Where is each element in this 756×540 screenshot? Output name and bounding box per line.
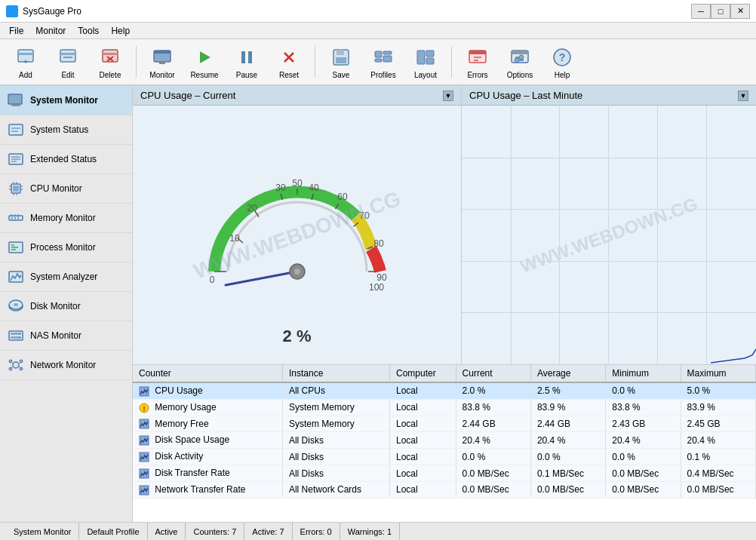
col-counter: Counter: [133, 365, 282, 382]
table-row[interactable]: Disk Activity All Disks Local 0.0 % 0.0 …: [133, 449, 756, 465]
table-row[interactable]: Memory Free System Memory Local 2.44 GB …: [133, 416, 756, 432]
toolbar-sep-3: [451, 46, 452, 78]
minimize-button[interactable]: ─: [691, 4, 711, 19]
row-counter: Disk Activity: [133, 449, 282, 465]
svg-rect-27: [426, 58, 434, 64]
sidebar: System Monitor System Status Extended St…: [0, 86, 133, 522]
sidebar-item-cpu-monitor[interactable]: CPU Monitor: [0, 174, 132, 204]
monitor-icon: [150, 45, 174, 69]
svg-point-78: [19, 333, 20, 335]
toolbar-sep-2: [315, 46, 315, 78]
svg-rect-22: [375, 59, 382, 62]
title-bar: SysGauge Pro ─ □ ✕: [0, 0, 756, 23]
sidebar-item-system-monitor-label: System Monitor: [30, 95, 98, 106]
pause-icon: [235, 45, 259, 69]
disk-monitor-icon: [8, 298, 24, 314]
options-button[interactable]: Options: [500, 42, 539, 81]
help-button[interactable]: ? Help: [542, 42, 582, 81]
col-computer: Computer: [390, 365, 456, 382]
layout-button[interactable]: Layout: [406, 42, 445, 81]
sidebar-item-disk-monitor[interactable]: Disk Monitor: [0, 292, 132, 321]
row-average: 2.5 %: [530, 382, 605, 399]
status-counters-label: Counters: 7: [193, 527, 236, 536]
monitor-label: Monitor: [149, 71, 174, 79]
svg-text:80: 80: [373, 238, 384, 249]
menu-help[interactable]: Help: [105, 24, 136, 38]
gauge-panel: CPU Usage – Current ▼ WWW.WEBDOWN.CG: [133, 86, 462, 364]
svg-point-74: [14, 303, 18, 306]
col-maximum: Maximum: [681, 365, 755, 382]
sidebar-item-system-status[interactable]: System Status: [0, 115, 132, 145]
svg-rect-19: [337, 50, 344, 55]
row-counter: CPU Usage: [133, 382, 282, 399]
profiles-label: Profiles: [370, 71, 395, 79]
close-button[interactable]: ✕: [730, 4, 750, 19]
menu-monitor[interactable]: Monitor: [29, 24, 72, 38]
status-profile-name-label: Default Profile: [87, 527, 139, 536]
profiles-button[interactable]: Profiles: [364, 42, 403, 81]
sidebar-item-nas-monitor[interactable]: NAS Monitor: [0, 321, 132, 351]
svg-rect-62: [14, 216, 16, 220]
table-row[interactable]: Disk Space Usage All Disks Local 20.4 % …: [133, 432, 756, 449]
col-instance: Instance: [282, 365, 389, 382]
svg-rect-63: [17, 216, 19, 220]
row-icon: [139, 386, 149, 397]
save-button[interactable]: Save: [321, 42, 361, 81]
col-current: Current: [456, 365, 530, 382]
cpu-monitor-icon: [8, 180, 24, 197]
gauge-value: 2 %: [283, 327, 312, 346]
table-row[interactable]: ! Memory Usage System Memory Local 83.8 …: [133, 399, 756, 416]
sidebar-item-extended-status[interactable]: Extended Status: [0, 145, 132, 174]
pause-button[interactable]: Pause: [227, 42, 266, 81]
menu-file[interactable]: File: [3, 24, 29, 38]
sidebar-item-system-monitor[interactable]: System Monitor: [0, 86, 132, 115]
row-maximum: 5.0 %: [681, 382, 755, 399]
table-row[interactable]: Network Transfer Rate All Network Cards …: [133, 481, 756, 498]
add-button[interactable]: + Add: [6, 42, 45, 81]
chart-area: WWW.WEBDOWN.CG: [462, 106, 756, 364]
errors-button[interactable]: Errors: [458, 42, 497, 81]
reset-button[interactable]: Reset: [269, 42, 309, 81]
help-icon: ?: [550, 45, 574, 69]
grid-v-3: [608, 106, 609, 364]
svg-rect-1: [18, 53, 33, 55]
table-row[interactable]: CPU Usage All CPUs Local 2.0 % 2.5 % 0.0…: [133, 382, 756, 399]
status-profile-label: System Monitor: [14, 527, 71, 536]
svg-rect-25: [417, 51, 425, 64]
svg-rect-23: [383, 51, 392, 54]
menu-tools[interactable]: Tools: [72, 24, 105, 38]
sidebar-item-nas-monitor-label: NAS Monitor: [30, 330, 81, 341]
monitor-button[interactable]: Monitor: [143, 42, 182, 81]
row-instance: All CPUs: [282, 382, 389, 399]
svg-text:40: 40: [309, 183, 319, 193]
resume-icon: [192, 45, 217, 69]
grid-v-5: [706, 106, 707, 364]
svg-text:70: 70: [359, 210, 370, 221]
status-errors-label: Errors: 0: [300, 527, 332, 536]
table-row[interactable]: Disk Transfer Rate All Disks Local 0.0 M…: [133, 465, 756, 482]
sidebar-item-memory-monitor[interactable]: Memory Monitor: [0, 204, 132, 233]
edit-button[interactable]: Edit: [48, 42, 88, 81]
line-panel: CPU Usage – Last Minute ▼ WWW.WEBDOWN.CG: [462, 86, 756, 364]
row-icon: [139, 435, 149, 446]
svg-rect-29: [469, 51, 486, 54]
delete-button[interactable]: Delete: [91, 42, 130, 81]
process-monitor-icon: [8, 239, 24, 256]
maximize-button[interactable]: □: [711, 4, 730, 19]
gauge-panel-dropdown[interactable]: ▼: [443, 91, 453, 101]
svg-point-35: [519, 55, 524, 60]
line-panel-dropdown[interactable]: ▼: [738, 91, 748, 101]
sidebar-item-system-analyzer[interactable]: System Analyzer: [0, 262, 132, 292]
status-profile: System Monitor: [6, 523, 79, 540]
edit-icon: [56, 45, 80, 69]
errors-label: Errors: [467, 71, 487, 79]
toolbar-sep-1: [136, 46, 137, 78]
gauge-container: WWW.WEBDOWN.CG: [133, 106, 461, 364]
sidebar-item-process-monitor[interactable]: Process Monitor: [0, 233, 132, 262]
svg-rect-43: [9, 124, 23, 135]
resume-button[interactable]: Resume: [185, 42, 224, 81]
svg-rect-11: [154, 51, 171, 54]
sidebar-item-network-monitor[interactable]: Network Monitor: [0, 351, 132, 380]
status-warnings: Warnings: 1: [340, 523, 400, 540]
gauge-panel-title: CPU Usage – Current: [140, 90, 235, 101]
